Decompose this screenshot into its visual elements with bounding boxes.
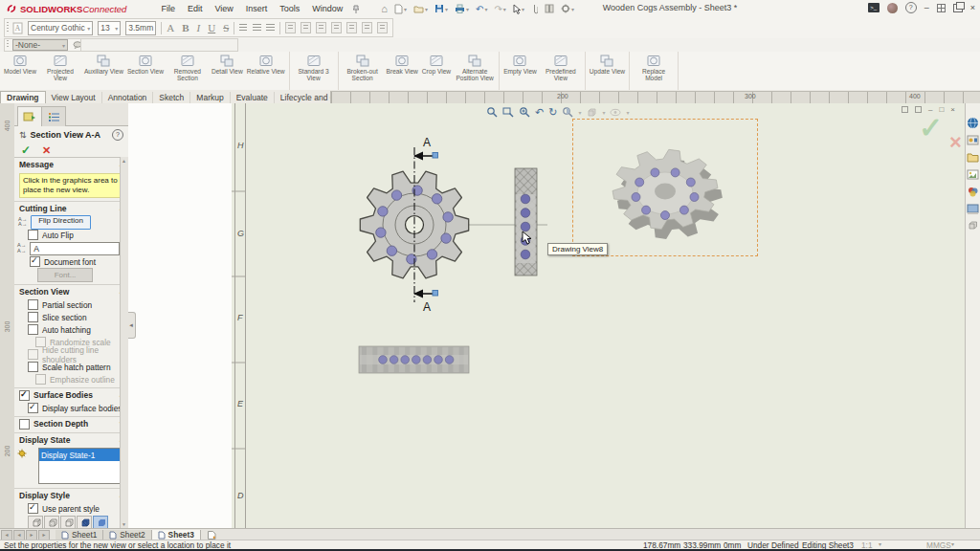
panel-scrollbar[interactable]: ▲▼: [120, 157, 128, 528]
toolbar-grip[interactable]: [7, 40, 9, 49]
ribbon-button-model-view[interactable]: Model View: [2, 52, 38, 90]
layout-grid-button[interactable]: [937, 4, 946, 12]
tab-drawing[interactable]: Drawing: [0, 91, 46, 103]
3dexperience-icon[interactable]: [967, 117, 979, 129]
ribbon-button-update-view[interactable]: Update View: [588, 52, 627, 90]
indent-decrease-icon[interactable]: [346, 22, 357, 33]
open-button[interactable]: ▾: [413, 5, 428, 13]
close-button[interactable]: ×: [970, 3, 975, 12]
section-label-input[interactable]: A: [30, 242, 120, 255]
zoom-in-out-icon[interactable]: [519, 106, 530, 118]
section-header-section-view[interactable]: Section View∧: [14, 284, 128, 298]
section-header-section-depth[interactable]: Section Depth∨: [14, 416, 128, 430]
undo-button[interactable]: ↶▾: [476, 4, 487, 14]
units-caret-icon[interactable]: ▾: [951, 540, 954, 547]
new-document-button[interactable]: ▾: [394, 4, 407, 14]
graphics-close-icon[interactable]: ×: [950, 105, 955, 114]
section-depth-checkbox[interactable]: [19, 419, 30, 430]
flip-direction-button[interactable]: Flip Direction: [31, 215, 91, 230]
bold-button[interactable]: B: [182, 22, 189, 33]
menu-view[interactable]: View: [214, 4, 233, 13]
menu-tools[interactable]: Tools: [279, 4, 300, 13]
sheet-tab-sheet2[interactable]: Sheet2: [103, 530, 151, 540]
ribbon-button-crop-view[interactable]: Crop View: [420, 52, 453, 90]
auto-hatching-checkbox[interactable]: Auto hatching: [14, 323, 128, 336]
ribbon-button-replace-model[interactable]: Replace Model: [632, 52, 676, 90]
last-sheet-button[interactable]: ►: [38, 530, 50, 540]
display-surface-bodies-checkbox[interactable]: Display surface bodies: [14, 402, 128, 414]
align-center-button[interactable]: [253, 24, 261, 33]
tab-evaluate[interactable]: Evaluate: [231, 92, 275, 103]
zoom-fit-icon[interactable]: [486, 106, 498, 118]
section-header-display-state[interactable]: Display State∧: [14, 432, 128, 447]
prev-sheet-button[interactable]: ◄: [13, 530, 25, 540]
tab-feature-tree[interactable]: [41, 106, 66, 126]
ribbon-button-relative-view[interactable]: Relative View: [245, 52, 287, 90]
auto-flip-checkbox[interactable]: Auto Flip: [14, 229, 128, 241]
layer-select[interactable]: -None-▾: [12, 39, 68, 51]
ribbon-button-predefined-view[interactable]: Predefined View: [539, 52, 583, 90]
cancel-button[interactable]: ✕: [42, 145, 51, 155]
bullet-list-icon[interactable]: [316, 22, 326, 33]
section-handle-bottom[interactable]: [433, 291, 438, 297]
document-font-checkbox[interactable]: Document font: [14, 255, 128, 268]
settings-gear-icon[interactable]: ▾: [561, 4, 574, 13]
file-explorer-icon[interactable]: [967, 151, 979, 164]
ok-button[interactable]: ✓: [21, 145, 31, 155]
sheet-tab-sheet1[interactable]: Sheet1: [56, 530, 103, 540]
add-sheet-button[interactable]: [207, 530, 217, 540]
tab-sketch[interactable]: Sketch: [153, 92, 190, 103]
font-size-select[interactable]: 13▾: [98, 21, 121, 35]
font-button[interactable]: Font...: [37, 268, 93, 282]
custom-properties-icon[interactable]: [967, 220, 979, 232]
home-button[interactable]: ⌂: [381, 3, 388, 14]
surface-bodies-checkbox[interactable]: [19, 390, 30, 401]
ribbon-button-empty-view[interactable]: Empty View: [501, 52, 539, 90]
display-state-item[interactable]: Display State-1: [39, 449, 122, 461]
font-family-select[interactable]: Century Gothic▾: [28, 21, 93, 35]
italic-button[interactable]: I: [197, 22, 201, 33]
view-palette-icon[interactable]: [967, 168, 979, 181]
pin-icon[interactable]: [352, 5, 360, 13]
rotate-view-icon[interactable]: ↻: [548, 107, 557, 117]
first-sheet-button[interactable]: ◄: [1, 530, 12, 540]
save-button[interactable]: ▾: [434, 4, 448, 13]
panel-help-icon[interactable]: ?: [112, 129, 123, 141]
scale-caret-icon[interactable]: ▾: [879, 540, 881, 547]
tab-markup[interactable]: Markup: [190, 92, 230, 103]
appearances-icon[interactable]: [967, 186, 979, 198]
help-icon[interactable]: ?: [905, 2, 917, 13]
restore-button[interactable]: [953, 4, 963, 12]
side-view-preview[interactable]: [359, 346, 469, 373]
ribbon-button-removed-section[interactable]: Removed Section: [166, 52, 210, 90]
tab-annotation[interactable]: Annotation: [102, 92, 154, 103]
zoom-area-icon[interactable]: [502, 106, 514, 118]
menu-edit[interactable]: Edit: [188, 4, 203, 13]
ribbon-button-alternate-position-view[interactable]: Alternate Position View: [453, 52, 497, 90]
attachment-icon[interactable]: [531, 4, 538, 14]
scene-icon[interactable]: [967, 203, 979, 215]
section-header-message[interactable]: Message∧: [14, 158, 128, 171]
next-sheet-button[interactable]: ►: [26, 530, 37, 540]
ribbon-button-detail-view[interactable]: Detail View: [210, 52, 245, 90]
view-orientation-icon[interactable]: [586, 107, 597, 118]
font-color-button[interactable]: A: [167, 22, 174, 33]
partial-section-checkbox[interactable]: Partial section: [14, 298, 128, 311]
indent-increase-icon[interactable]: [362, 22, 372, 33]
align-right-button[interactable]: [266, 24, 275, 33]
select-tool-button[interactable]: ▾: [513, 4, 524, 14]
ribbon-button-standard-3-view[interactable]: Standard 3 View: [292, 52, 336, 90]
align-left-button[interactable]: [239, 24, 248, 33]
sheet-tab-sheet3[interactable]: Sheet3: [152, 530, 201, 540]
ribbon-button-broken-out-section[interactable]: Broken-out Section: [341, 52, 385, 90]
display-state-list[interactable]: Display State-1: [38, 448, 123, 484]
menu-file[interactable]: File: [161, 4, 175, 13]
text-box-icon[interactable]: [285, 22, 296, 33]
minimize-button[interactable]: –: [924, 3, 929, 12]
line-spacing-icon[interactable]: [377, 22, 388, 33]
text-height-field[interactable]: 3.5mm: [125, 21, 156, 35]
menu-window[interactable]: Window: [312, 4, 343, 13]
ribbon-button-auxiliary-view[interactable]: Auxiliary View: [82, 52, 125, 90]
design-library-icon[interactable]: [967, 134, 979, 146]
columns-icon[interactable]: [545, 4, 554, 13]
